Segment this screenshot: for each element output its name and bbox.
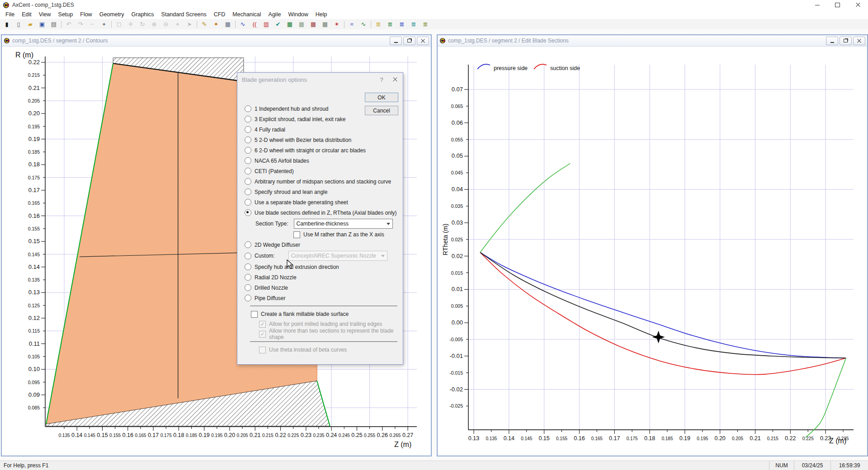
- close-button[interactable]: [848, 0, 868, 10]
- radio-option[interactable]: [245, 199, 251, 206]
- minimize-button[interactable]: [807, 0, 827, 10]
- x-tick-label: 0.215: [767, 436, 778, 441]
- child-minimize-button[interactable]: [390, 37, 402, 45]
- child-close-button[interactable]: [853, 37, 865, 45]
- radio-option[interactable]: [245, 274, 251, 281]
- transform-icon[interactable]: ✦: [211, 19, 222, 29]
- radio-selected[interactable]: [245, 209, 251, 216]
- blade-sections-window: comp_1stg.DES / segment 2 / Edit Blade S…: [437, 34, 868, 456]
- new-icon[interactable]: ▯: [13, 19, 24, 29]
- menu-cfd[interactable]: CFD: [210, 10, 229, 19]
- open-icon[interactable]: ▰: [25, 19, 36, 29]
- checkbox-unchecked[interactable]: [251, 311, 258, 318]
- radio-option[interactable]: [245, 178, 251, 185]
- radio-option[interactable]: [245, 241, 251, 248]
- help-icon[interactable]: ?: [376, 76, 387, 83]
- rotate-icon: ↻: [137, 19, 148, 29]
- edit-geometry-icon[interactable]: ✎: [199, 19, 210, 29]
- radio-option[interactable]: [245, 157, 251, 164]
- section-type-combobox[interactable]: Camberline-thickness: [294, 219, 393, 229]
- radio-option[interactable]: [245, 253, 251, 259]
- maximize-button[interactable]: [827, 0, 848, 10]
- dialog-row: Drilled Nozzle: [245, 282, 397, 293]
- radio-option[interactable]: [245, 263, 251, 270]
- child-minimize-button[interactable]: [826, 37, 838, 45]
- radio-option[interactable]: [245, 147, 251, 154]
- grip-icon[interactable]: ▮: [1, 19, 13, 29]
- menu-geometry[interactable]: Geometry: [96, 10, 128, 19]
- menu-graphics[interactable]: Graphics: [128, 10, 158, 19]
- menu-window[interactable]: Window: [284, 10, 311, 19]
- mesh-dim-icon[interactable]: ▦: [320, 19, 331, 29]
- y-tick-label: -0.005: [449, 337, 463, 342]
- x-tick-label: 0.27: [402, 432, 413, 438]
- impeller-icon[interactable]: ✶: [331, 19, 343, 29]
- checkbox-unchecked[interactable]: [293, 231, 300, 238]
- check-icon[interactable]: ✔: [273, 19, 284, 29]
- menu-mechanical[interactable]: Mechanical: [229, 10, 264, 19]
- dialog-titlebar[interactable]: Blade generation options ?: [237, 73, 403, 86]
- axcent-app: AxCent - comp_1stg.DES FileEditViewSetup…: [0, 0, 868, 470]
- y-tick-label: 0.21: [28, 85, 40, 91]
- menu-agile[interactable]: Agile: [265, 10, 285, 19]
- y-tick-label: 0.10: [28, 366, 40, 372]
- save-icon[interactable]: ▣: [37, 19, 48, 29]
- menu-edit[interactable]: Edit: [18, 10, 35, 19]
- window-title: AxCent - comp_1stg.DES: [12, 2, 74, 8]
- blade-sections-titlebar[interactable]: comp_1stg.DES / segment 2 / Edit Blade S…: [438, 35, 867, 47]
- x-tick-label: 0.245: [339, 433, 350, 438]
- dialog-close-icon[interactable]: [387, 73, 403, 86]
- radio-option[interactable]: [245, 136, 251, 143]
- x-tick-label: 0.225: [802, 436, 814, 441]
- child-restore-button[interactable]: [403, 37, 415, 45]
- menu-standard-screens[interactable]: Standard Screens: [158, 10, 210, 19]
- checkbox-unchecked: [259, 347, 266, 353]
- child-close-button[interactable]: [417, 37, 429, 45]
- bars-icon[interactable]: ▥: [261, 19, 272, 29]
- add-icon[interactable]: +: [99, 19, 110, 29]
- radio-option[interactable]: [245, 295, 251, 301]
- worksheet-icon[interactable]: ▦: [222, 19, 234, 29]
- spline-icon[interactable]: ≈: [346, 19, 358, 29]
- menu-flow[interactable]: Flow: [76, 10, 95, 19]
- legend-line-suction: [534, 64, 547, 69]
- legend-label-pressure: pressure side: [494, 65, 528, 71]
- list-blue-icon[interactable]: ≣: [396, 19, 408, 29]
- zoom-out-icon: ⊖: [160, 19, 172, 29]
- radio-option[interactable]: [245, 126, 251, 133]
- checkbox-label: Create a flank millable blade surface: [261, 311, 349, 317]
- mesh-red-icon[interactable]: ▦: [308, 19, 319, 29]
- mesh-green-icon[interactable]: ▦: [284, 19, 296, 29]
- y-tick-label: 0.145: [28, 252, 40, 257]
- radio-option[interactable]: [245, 168, 251, 174]
- ok-button[interactable]: OK: [365, 93, 398, 102]
- radio-label: Use blade sections defined in Z, RTheta …: [255, 210, 397, 216]
- list-green-icon[interactable]: ≣: [385, 19, 396, 29]
- blade-sections-plot-area[interactable]: 0.070.0650.060.0550.050.0450.040.0350.03…: [438, 47, 867, 456]
- menu-help[interactable]: Help: [312, 10, 331, 19]
- radio-option[interactable]: [245, 105, 251, 112]
- contours-titlebar[interactable]: comp_1stg.DES / segment 2 / Contours: [2, 35, 431, 47]
- status-message: For Help, press F1: [0, 462, 769, 469]
- dialog-row: Use blade sections defined in Z, RTheta …: [245, 207, 397, 218]
- profile-icon[interactable]: ∿: [358, 19, 369, 29]
- x-tick-label: 0.145: [84, 433, 95, 438]
- radio-option[interactable]: [245, 116, 251, 122]
- mesh-grey-icon[interactable]: ▦: [296, 19, 307, 29]
- blade-sections-plot-canvas[interactable]: 0.070.0650.060.0550.050.0450.040.0350.03…: [438, 47, 865, 454]
- radio-option[interactable]: [245, 284, 251, 291]
- menu-view[interactable]: View: [35, 10, 55, 19]
- blade-curve-icon[interactable]: ∿: [237, 19, 249, 29]
- menu-setup[interactable]: Setup: [55, 10, 77, 19]
- radio-label: 5 2-D wheel with Bezier beta distributio…: [255, 137, 351, 143]
- child-restore-button[interactable]: [840, 37, 852, 45]
- list-olive-icon[interactable]: ≣: [420, 19, 431, 29]
- print-icon[interactable]: ▤: [48, 19, 60, 29]
- menu-file[interactable]: File: [2, 10, 18, 19]
- radio-option[interactable]: [245, 188, 251, 195]
- y-tick-label: 0.165: [28, 200, 40, 206]
- arc-icon[interactable]: ((: [249, 19, 260, 29]
- dialog-options: 1 Independent hub and shroud3 Explicit s…: [245, 103, 397, 355]
- list-yellow-icon[interactable]: ≣: [373, 19, 384, 29]
- list-cyan-icon[interactable]: ≣: [408, 19, 420, 29]
